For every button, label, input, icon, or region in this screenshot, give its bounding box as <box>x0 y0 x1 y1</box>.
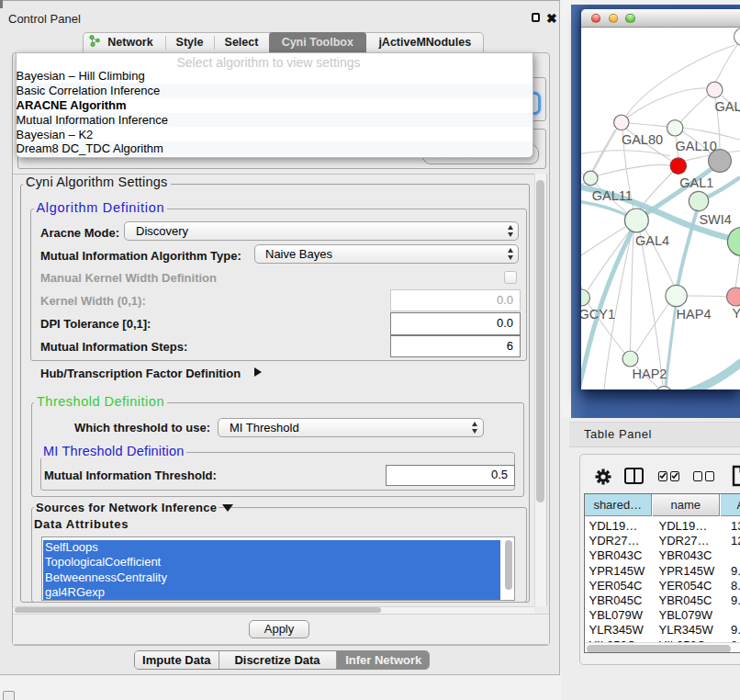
svg-text:GCY1: GCY1 <box>581 307 615 322</box>
svg-text:GAL80: GAL80 <box>622 132 663 147</box>
svg-text:GAL10: GAL10 <box>676 139 717 153</box>
svg-text:GAL7: GAL7 <box>715 99 740 114</box>
svg-text:GAL1: GAL1 <box>679 175 713 190</box>
svg-text:SWI4: SWI4 <box>699 212 731 227</box>
svg-text:YJ: YJ <box>733 306 740 321</box>
svg-text:HAP2: HAP2 <box>633 367 667 381</box>
svg-text:GAL4: GAL4 <box>635 233 669 248</box>
svg-text:HAP4: HAP4 <box>677 307 712 322</box>
svg-text:GAL11: GAL11 <box>592 188 633 203</box>
